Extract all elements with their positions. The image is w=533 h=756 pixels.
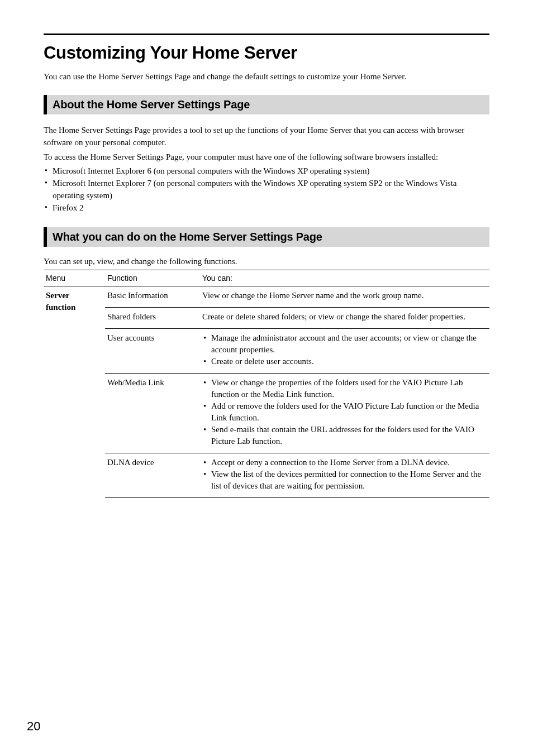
intro-text: You can use the Home Server Settings Pag… (44, 71, 489, 83)
browser-item: Microsoft Internet Explorer 7 (on person… (44, 178, 489, 202)
desc-cell: Create or delete shared folders; or view… (200, 308, 489, 329)
browser-item: Microsoft Internet Explorer 6 (on person… (44, 165, 489, 178)
desc-cell: View or change the properties of the fol… (200, 374, 489, 453)
table-caption: You can set up, view, and change the fol… (44, 257, 489, 266)
page-title: Customizing Your Home Server (44, 43, 489, 63)
desc-bullet: Manage the administrator account and the… (202, 332, 486, 356)
func-cell: Shared folders (105, 308, 200, 329)
desc-bullet: Create or delete user accounts. (202, 356, 486, 367)
func-cell: Basic Information (105, 286, 200, 308)
desc-cell: Manage the administrator account and the… (200, 329, 489, 374)
about-paragraph-2: To access the Home Server Settings Page,… (44, 151, 489, 164)
top-rule (44, 34, 489, 35)
table-row: User accounts Manage the administrator a… (44, 329, 489, 374)
menu-label-line2: function (46, 303, 75, 312)
table-row: DLNA device Accept or deny a connection … (44, 453, 489, 498)
header-menu: Menu (44, 270, 105, 286)
desc-bullet: View or change the properties of the fol… (202, 377, 486, 400)
menu-label-line1: Server (46, 291, 69, 300)
table-row: Server function Basic Information View o… (44, 286, 489, 308)
table-header-row: Menu Function You can: (44, 270, 489, 286)
page-number: 20 (27, 719, 40, 734)
desc-cell: View or change the Home Server name and … (200, 286, 489, 308)
section-heading-what: What you can do on the Home Server Setti… (44, 227, 489, 247)
table-row: Shared folders Create or delete shared f… (44, 308, 489, 329)
func-cell: Web/Media Link (105, 374, 200, 453)
desc-bullet: View the list of the devices permitted f… (202, 468, 486, 492)
table-row: Web/Media Link View or change the proper… (44, 374, 489, 453)
func-cell: DLNA device (105, 453, 200, 498)
browser-item: Firefox 2 (44, 202, 489, 214)
section-heading-about: About the Home Server Settings Page (44, 95, 489, 114)
about-paragraph-1: The Home Server Settings Page provides a… (44, 125, 489, 149)
desc-bullet: Send e-mails that contain the URL addres… (202, 424, 486, 447)
menu-cell: Server function (44, 286, 105, 498)
header-function: Function (105, 270, 200, 286)
func-cell: User accounts (105, 329, 200, 374)
desc-bullet: Add or remove the folders used for the V… (202, 400, 486, 424)
header-you-can: You can: (200, 270, 489, 286)
desc-bullet: Accept or deny a connection to the Home … (202, 457, 486, 468)
desc-cell: Accept or deny a connection to the Home … (200, 453, 489, 498)
browser-list: Microsoft Internet Explorer 6 (on person… (44, 165, 489, 214)
functions-table: Menu Function You can: Server function B… (44, 270, 489, 498)
